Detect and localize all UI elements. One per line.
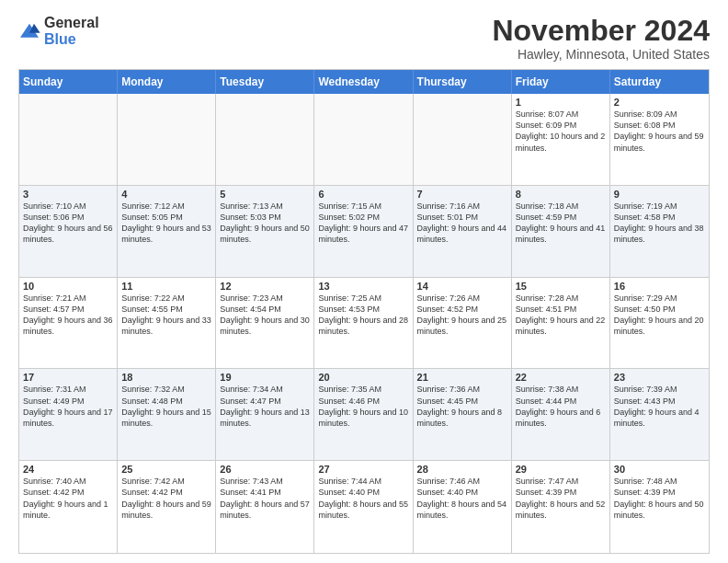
day-number: 19	[220, 372, 310, 383]
cal-day-2: 2Sunrise: 8:09 AM Sunset: 6:08 PM Daylig…	[610, 94, 709, 185]
day-number: 6	[318, 189, 408, 200]
cal-day-empty	[19, 94, 118, 185]
subtitle: Hawley, Minnesota, United States	[492, 47, 710, 62]
cal-header-friday: Friday	[512, 70, 610, 94]
cal-day-13: 13Sunrise: 7:25 AM Sunset: 4:53 PM Dayli…	[314, 278, 413, 369]
cal-day-28: 28Sunrise: 7:46 AM Sunset: 4:40 PM Dayli…	[414, 461, 512, 553]
page: General Blue November 2024 Hawley, Minne…	[0, 0, 728, 563]
day-info: Sunrise: 7:22 AM Sunset: 4:55 PM Dayligh…	[121, 293, 211, 338]
main-title: November 2024	[492, 15, 710, 47]
cal-week-3: 17Sunrise: 7:31 AM Sunset: 4:49 PM Dayli…	[19, 369, 709, 461]
day-number: 1	[516, 97, 606, 108]
calendar: SundayMondayTuesdayWednesdayThursdayFrid…	[18, 69, 710, 554]
day-number: 29	[516, 464, 606, 475]
day-info: Sunrise: 7:28 AM Sunset: 4:51 PM Dayligh…	[516, 293, 606, 338]
day-number: 2	[614, 97, 705, 108]
cal-day-12: 12Sunrise: 7:23 AM Sunset: 4:54 PM Dayli…	[216, 278, 314, 369]
day-info: Sunrise: 7:39 AM Sunset: 4:43 PM Dayligh…	[614, 384, 705, 429]
cal-day-3: 3Sunrise: 7:10 AM Sunset: 5:06 PM Daylig…	[19, 186, 118, 277]
cal-header-sunday: Sunday	[19, 70, 118, 94]
cal-day-7: 7Sunrise: 7:16 AM Sunset: 5:01 PM Daylig…	[414, 186, 512, 277]
day-info: Sunrise: 7:38 AM Sunset: 4:44 PM Dayligh…	[516, 384, 606, 429]
day-number: 15	[516, 281, 606, 292]
day-number: 18	[121, 372, 211, 383]
day-number: 10	[23, 281, 113, 292]
day-info: Sunrise: 7:43 AM Sunset: 4:41 PM Dayligh…	[220, 476, 310, 521]
day-info: Sunrise: 7:16 AM Sunset: 5:01 PM Dayligh…	[417, 201, 507, 246]
day-info: Sunrise: 7:40 AM Sunset: 4:42 PM Dayligh…	[23, 476, 113, 521]
day-number: 3	[23, 189, 113, 200]
cal-day-21: 21Sunrise: 7:36 AM Sunset: 4:45 PM Dayli…	[414, 369, 512, 460]
day-info: Sunrise: 7:29 AM Sunset: 4:50 PM Dayligh…	[614, 293, 705, 338]
cal-day-1: 1Sunrise: 8:07 AM Sunset: 6:09 PM Daylig…	[512, 94, 610, 185]
logo-icon	[18, 22, 40, 40]
cal-day-29: 29Sunrise: 7:47 AM Sunset: 4:39 PM Dayli…	[512, 461, 610, 553]
day-info: Sunrise: 7:48 AM Sunset: 4:39 PM Dayligh…	[614, 476, 705, 521]
cal-day-18: 18Sunrise: 7:32 AM Sunset: 4:48 PM Dayli…	[118, 369, 216, 460]
cal-header-thursday: Thursday	[414, 70, 512, 94]
day-info: Sunrise: 7:26 AM Sunset: 4:52 PM Dayligh…	[417, 293, 507, 338]
cal-header-tuesday: Tuesday	[216, 70, 314, 94]
day-number: 17	[23, 372, 113, 383]
day-number: 16	[614, 281, 705, 292]
cal-week-0: 1Sunrise: 8:07 AM Sunset: 6:09 PM Daylig…	[19, 94, 709, 186]
cal-day-22: 22Sunrise: 7:38 AM Sunset: 4:44 PM Dayli…	[512, 369, 610, 460]
day-info: Sunrise: 7:15 AM Sunset: 5:02 PM Dayligh…	[318, 201, 408, 246]
day-number: 14	[417, 281, 507, 292]
day-info: Sunrise: 7:31 AM Sunset: 4:49 PM Dayligh…	[23, 384, 113, 429]
cal-week-4: 24Sunrise: 7:40 AM Sunset: 4:42 PM Dayli…	[19, 461, 709, 553]
cal-header-monday: Monday	[118, 70, 216, 94]
day-number: 28	[417, 464, 507, 475]
day-number: 12	[220, 281, 310, 292]
day-info: Sunrise: 7:23 AM Sunset: 4:54 PM Dayligh…	[220, 293, 310, 338]
day-info: Sunrise: 8:07 AM Sunset: 6:09 PM Dayligh…	[516, 109, 606, 154]
calendar-body: 1Sunrise: 8:07 AM Sunset: 6:09 PM Daylig…	[19, 94, 709, 553]
day-info: Sunrise: 7:42 AM Sunset: 4:42 PM Dayligh…	[121, 476, 211, 521]
cal-day-25: 25Sunrise: 7:42 AM Sunset: 4:42 PM Dayli…	[118, 461, 216, 553]
title-section: November 2024 Hawley, Minnesota, United …	[492, 15, 710, 62]
day-info: Sunrise: 7:10 AM Sunset: 5:06 PM Dayligh…	[23, 201, 113, 246]
day-info: Sunrise: 7:12 AM Sunset: 5:05 PM Dayligh…	[121, 201, 211, 246]
day-info: Sunrise: 8:09 AM Sunset: 6:08 PM Dayligh…	[614, 109, 705, 154]
logo-blue: Blue	[44, 31, 76, 47]
day-number: 22	[516, 372, 606, 383]
cal-week-1: 3Sunrise: 7:10 AM Sunset: 5:06 PM Daylig…	[19, 186, 709, 278]
day-info: Sunrise: 7:19 AM Sunset: 4:58 PM Dayligh…	[614, 201, 705, 246]
cal-day-11: 11Sunrise: 7:22 AM Sunset: 4:55 PM Dayli…	[118, 278, 216, 369]
day-info: Sunrise: 7:25 AM Sunset: 4:53 PM Dayligh…	[318, 293, 408, 338]
cal-week-2: 10Sunrise: 7:21 AM Sunset: 4:57 PM Dayli…	[19, 278, 709, 370]
day-number: 20	[318, 372, 408, 383]
day-number: 11	[121, 281, 211, 292]
logo-general: General	[44, 15, 99, 30]
cal-day-16: 16Sunrise: 7:29 AM Sunset: 4:50 PM Dayli…	[610, 278, 709, 369]
header: General Blue November 2024 Hawley, Minne…	[18, 15, 710, 62]
day-number: 26	[220, 464, 310, 475]
day-number: 24	[23, 464, 113, 475]
cal-day-27: 27Sunrise: 7:44 AM Sunset: 4:40 PM Dayli…	[314, 461, 413, 553]
cal-day-17: 17Sunrise: 7:31 AM Sunset: 4:49 PM Dayli…	[19, 369, 118, 460]
day-number: 9	[614, 189, 705, 200]
cal-day-empty	[414, 94, 512, 185]
cal-day-6: 6Sunrise: 7:15 AM Sunset: 5:02 PM Daylig…	[314, 186, 413, 277]
day-number: 27	[318, 464, 408, 475]
day-info: Sunrise: 7:36 AM Sunset: 4:45 PM Dayligh…	[417, 384, 507, 429]
cal-day-26: 26Sunrise: 7:43 AM Sunset: 4:41 PM Dayli…	[216, 461, 314, 553]
day-number: 23	[614, 372, 705, 383]
cal-day-23: 23Sunrise: 7:39 AM Sunset: 4:43 PM Dayli…	[610, 369, 709, 460]
day-number: 8	[516, 189, 606, 200]
cal-day-30: 30Sunrise: 7:48 AM Sunset: 4:39 PM Dayli…	[610, 461, 709, 553]
cal-day-empty	[216, 94, 314, 185]
day-info: Sunrise: 7:21 AM Sunset: 4:57 PM Dayligh…	[23, 293, 113, 338]
cal-day-10: 10Sunrise: 7:21 AM Sunset: 4:57 PM Dayli…	[19, 278, 118, 369]
day-info: Sunrise: 7:18 AM Sunset: 4:59 PM Dayligh…	[516, 201, 606, 246]
day-number: 5	[220, 189, 310, 200]
day-number: 4	[121, 189, 211, 200]
day-info: Sunrise: 7:35 AM Sunset: 4:46 PM Dayligh…	[318, 384, 408, 429]
cal-day-empty	[118, 94, 216, 185]
day-number: 7	[417, 189, 507, 200]
cal-day-8: 8Sunrise: 7:18 AM Sunset: 4:59 PM Daylig…	[512, 186, 610, 277]
cal-header-wednesday: Wednesday	[314, 70, 413, 94]
day-info: Sunrise: 7:32 AM Sunset: 4:48 PM Dayligh…	[121, 384, 211, 429]
day-number: 21	[417, 372, 507, 383]
day-info: Sunrise: 7:34 AM Sunset: 4:47 PM Dayligh…	[220, 384, 310, 429]
